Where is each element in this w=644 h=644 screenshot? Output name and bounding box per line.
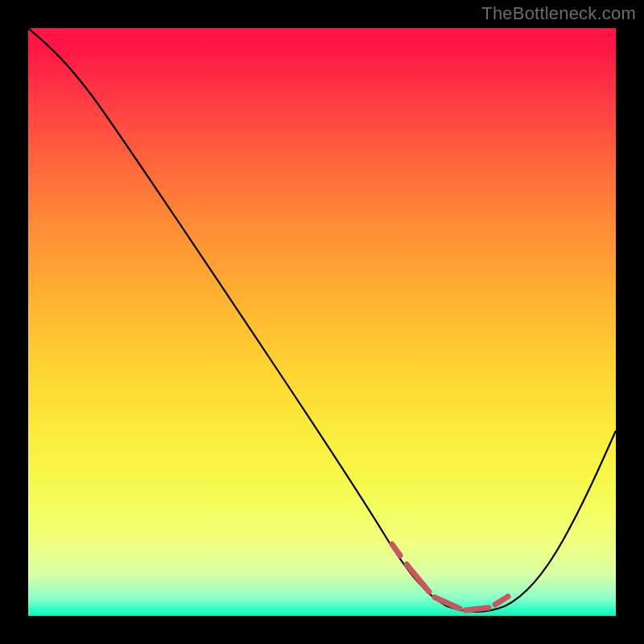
bottom-marker-band: [392, 544, 508, 610]
curve-layer: [28, 28, 616, 616]
plot-area: [28, 28, 616, 616]
watermark-text: TheBottleneck.com: [481, 3, 636, 24]
main-curve: [28, 28, 616, 612]
chart-frame: TheBottleneck.com: [0, 0, 644, 644]
